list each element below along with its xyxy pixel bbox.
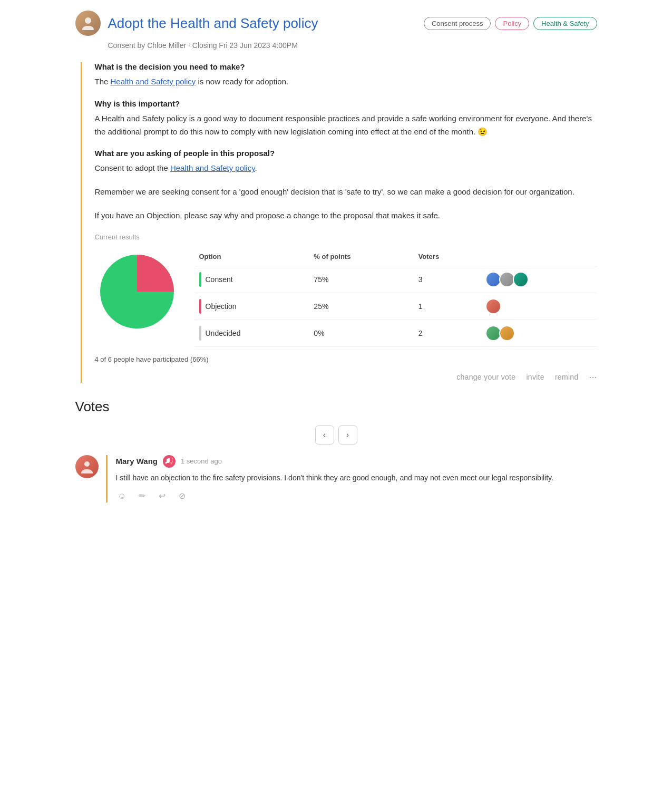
results-container: Option % of points Voters Consent 75%3 O… [95,249,597,347]
percent-cell: 75% [309,266,414,293]
tag-health-safety[interactable]: Health & Safety [533,17,597,30]
option-label: Objection [206,302,237,311]
svg-point-2 [84,461,90,467]
page-title: Adopt the Health and Safety policy [108,15,416,32]
votes-section: Votes ‹ › Mary Wang [75,399,597,502]
decision-heading: What is the decision you need to make? [95,62,597,71]
voters-count-cell: 3 [414,266,483,293]
page-header: Adopt the Health and Safety policy Conse… [75,11,597,36]
option-cell: Objection [195,293,310,320]
col-voters: Voters [414,249,483,266]
block-icon[interactable]: ⊘ [176,490,189,502]
decision-text: The Health and Safety policy is now read… [95,75,597,89]
avatar-image [75,11,101,36]
decision-text-prefix: The [95,77,111,86]
avatar [75,11,101,36]
more-options-button[interactable]: ··· [589,372,597,383]
percent-cell: 25% [309,293,414,320]
proposal-link[interactable]: Health and Safety policy [170,163,255,172]
table-row: Consent 75%3 [195,266,597,293]
svg-rect-3 [165,462,167,464]
option-cell-inner: Undecided [199,326,304,341]
good-enough-text: Remember we are seeking consent for a 'g… [95,186,597,199]
col-option: Option [195,249,310,266]
voter-avatars-cell [483,320,597,346]
table-row: Objection 25%1 [195,293,597,320]
edit-icon[interactable]: ✏ [136,490,149,502]
content-area: What is the decision you need to make? T… [81,62,597,383]
voter-avatar-small[interactable] [513,272,529,287]
option-indicator [199,272,201,287]
prev-vote-button[interactable]: ‹ [315,426,334,444]
vote-action-bar: ☺ ✏ ↩ ⊘ [116,490,597,502]
remind-button[interactable]: remind [555,372,579,383]
invite-button[interactable]: invite [526,372,544,383]
option-label: Consent [206,275,233,284]
vote-content: Mary Wang 1 second ago I still have an o… [106,455,597,502]
voter-avatars-cell [483,266,597,293]
action-buttons: change your vote invite remind ··· [95,372,597,383]
svg-point-0 [85,17,91,24]
vote-navigation: ‹ › [75,426,597,444]
option-cell: Undecided [195,320,310,346]
voter-avatar-small[interactable] [485,298,501,314]
table-row: Undecided 0%2 [195,320,597,346]
option-indicator [199,299,201,314]
decision-text-suffix: is now ready for adoption. [196,77,288,86]
importance-text: A Health and Safety policy is a good way… [95,112,597,139]
proposal-heading: What are you asking of people in this pr… [95,149,597,158]
objection-badge [163,455,176,468]
pie-chart [95,249,179,334]
option-cell-inner: Objection [199,299,304,314]
vote-time: 1 second ago [181,457,222,465]
voter-avatar-small[interactable] [499,325,515,341]
proposal-text-suffix: . [255,163,257,172]
option-indicator [199,326,201,341]
option-label: Undecided [206,329,241,337]
percent-cell: 0% [309,320,414,346]
emoji-react-icon[interactable]: ☺ [116,490,129,502]
objection-text: If you have an Objection, please say why… [95,209,597,223]
subtitle: Consent by Chloe Miller · Closing Fri 23… [108,41,597,50]
voter-avatar [75,455,99,478]
tag-policy[interactable]: Policy [495,17,529,30]
proposal-text-prefix: Consent to adopt the [95,163,170,172]
next-vote-button[interactable]: › [338,426,357,444]
vote-item: Mary Wang 1 second ago I still have an o… [75,455,597,502]
current-results-label: Current results [95,233,597,241]
vote-header: Mary Wang 1 second ago [116,455,597,468]
tag-consent-process[interactable]: Consent process [424,17,491,30]
option-cell: Consent [195,266,310,293]
importance-heading: Why is this important? [95,99,597,108]
proposal-text: Consent to adopt the Health and Safety p… [95,162,597,175]
vote-text: I still have an objection to the fire sa… [116,472,597,484]
option-cell-inner: Consent [199,272,304,287]
results-table: Option % of points Voters Consent 75%3 O… [195,249,597,347]
decision-link[interactable]: Health and Safety policy [111,77,196,86]
participated-text: 4 of 6 people have participated (66%) [95,355,597,363]
voter-avatars-cell [483,293,597,320]
vote-username: Mary Wang [116,457,158,466]
voters-count-cell: 2 [414,320,483,346]
voters-count-cell: 1 [414,293,483,320]
tag-list: Consent process Policy Health & Safety [424,17,597,30]
votes-heading: Votes [75,399,597,415]
reply-icon[interactable]: ↩ [156,490,169,502]
col-voter-icons [483,249,597,266]
change-vote-button[interactable]: change your vote [456,372,515,383]
col-percent: % of points [309,249,414,266]
